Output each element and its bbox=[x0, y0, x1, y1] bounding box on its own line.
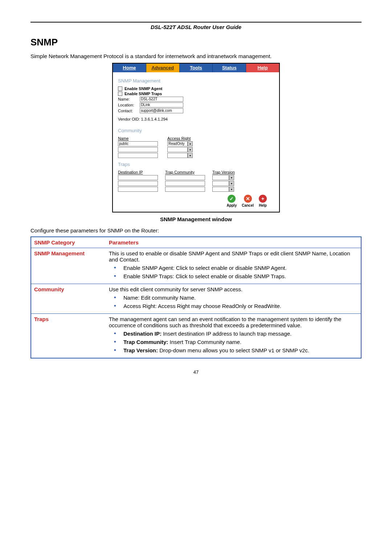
trapver-1[interactable] bbox=[212, 181, 229, 186]
contact-label: Contact: bbox=[118, 109, 140, 113]
community-access-hdr: Access Right bbox=[167, 136, 191, 141]
apply-button[interactable]: ✓ Apply bbox=[226, 195, 237, 207]
destip-0[interactable] bbox=[118, 175, 158, 180]
enable-traps-checkbox[interactable] bbox=[118, 92, 122, 96]
destip-1[interactable] bbox=[118, 181, 158, 186]
cancel-button[interactable]: ✕ Cancel bbox=[242, 195, 254, 207]
trapcomm-hdr: Trap Community bbox=[165, 170, 205, 174]
trapver-2[interactable] bbox=[212, 187, 229, 192]
enable-agent-label: Enable SNMP Agent bbox=[124, 86, 163, 91]
tab-status[interactable]: Status bbox=[213, 64, 246, 72]
help-button[interactable]: + Help bbox=[259, 195, 267, 207]
chevron-down-icon[interactable]: ▾ bbox=[229, 175, 234, 180]
traps-bullet-3: Trap Version: Drop-down menu allows you … bbox=[109, 347, 358, 353]
trapver-0[interactable] bbox=[212, 175, 229, 180]
chevron-down-icon[interactable]: ▾ bbox=[229, 187, 234, 192]
tab-home[interactable]: Home bbox=[113, 64, 146, 72]
name-label: Name: bbox=[118, 97, 140, 101]
community-access-0[interactable]: ReadOnly bbox=[167, 141, 188, 146]
community-access-2[interactable] bbox=[167, 153, 188, 158]
row-mgmt-desc: This is used to enable or disable SNMP A… bbox=[106, 248, 361, 284]
configure-text: Configure these parameters for SNMP on t… bbox=[30, 227, 362, 234]
community-access-1[interactable] bbox=[167, 147, 188, 152]
traps-heading: Traps bbox=[118, 162, 274, 167]
destip-2[interactable] bbox=[118, 187, 158, 192]
row-traps-label: Traps bbox=[31, 314, 106, 358]
row-mgmt-label: SNMP Management bbox=[31, 248, 106, 284]
row-community-label: Community bbox=[31, 284, 106, 314]
mgmt-bullet-2: Enable SNMP Traps: Click to select enabl… bbox=[109, 273, 358, 279]
row-traps-desc: The management agent can send an event n… bbox=[106, 314, 361, 358]
enable-traps-label: Enable SNMP Traps bbox=[124, 92, 162, 96]
traps-bullet-1: Destination IP: Insert destination IP ad… bbox=[109, 331, 358, 337]
chevron-down-icon[interactable]: ▾ bbox=[229, 181, 234, 186]
community-bullet-1: Name: Edit community Name. bbox=[109, 295, 358, 301]
trapver-hdr: Trap Version bbox=[212, 170, 235, 174]
plus-icon: + bbox=[259, 195, 267, 203]
trapcomm-0[interactable] bbox=[165, 175, 205, 180]
tab-help[interactable]: Help bbox=[246, 64, 279, 72]
chevron-down-icon[interactable]: ▾ bbox=[188, 153, 193, 158]
intro-text: Simple Network Management Protocol is a … bbox=[30, 53, 362, 59]
community-bullet-2: Access Right: Access Right may choose Re… bbox=[109, 303, 358, 309]
name-input[interactable]: DSL-522T bbox=[140, 97, 183, 102]
vendor-oid: Vendor OID: 1.3.6.1.4.1.294 bbox=[118, 117, 274, 121]
tab-advanced[interactable]: Advanced bbox=[146, 64, 180, 72]
community-name-0[interactable]: public bbox=[118, 141, 158, 146]
community-name-2[interactable] bbox=[118, 153, 158, 158]
page-number: 47 bbox=[30, 369, 362, 375]
community-name-hdr: Name bbox=[118, 136, 158, 141]
chevron-down-icon[interactable]: ▾ bbox=[188, 141, 193, 146]
x-icon: ✕ bbox=[244, 195, 252, 203]
section-title: SNMP bbox=[30, 37, 362, 48]
col-hdr-category: SNMP Category bbox=[31, 237, 106, 248]
community-name-1[interactable] bbox=[118, 147, 158, 152]
location-label: Location: bbox=[118, 103, 140, 107]
col-hdr-parameters: Parameters bbox=[106, 237, 361, 248]
params-table: SNMP Category Parameters SNMP Management… bbox=[30, 236, 362, 358]
chevron-down-icon[interactable]: ▾ bbox=[188, 147, 193, 152]
mgmt-bullet-1: Enable SNMP Agent: Click to select enabl… bbox=[109, 265, 358, 271]
row-community-desc: Use this edit client community for serve… bbox=[106, 284, 361, 314]
snmp-screenshot: Home Advanced Tools Status Help SNMP Man… bbox=[112, 63, 280, 212]
tab-tools[interactable]: Tools bbox=[180, 64, 213, 72]
trapcomm-1[interactable] bbox=[165, 181, 205, 186]
screenshot-caption: SNMP Management window bbox=[30, 216, 362, 222]
snmp-mgmt-heading: SNMP Management bbox=[118, 78, 274, 84]
destip-hdr: Destination IP bbox=[118, 170, 158, 174]
enable-agent-checkbox[interactable] bbox=[118, 86, 122, 91]
doc-header: DSL-522T ADSL Router User Guide bbox=[30, 24, 362, 30]
traps-bullet-2: Trap Community: Insert Trap Community na… bbox=[109, 339, 358, 345]
location-input[interactable]: DLink bbox=[140, 102, 183, 108]
check-icon: ✓ bbox=[228, 195, 236, 203]
contact-input[interactable]: support@dlink.com bbox=[140, 108, 183, 113]
trapcomm-2[interactable] bbox=[165, 187, 205, 192]
community-heading: Community bbox=[118, 128, 274, 133]
